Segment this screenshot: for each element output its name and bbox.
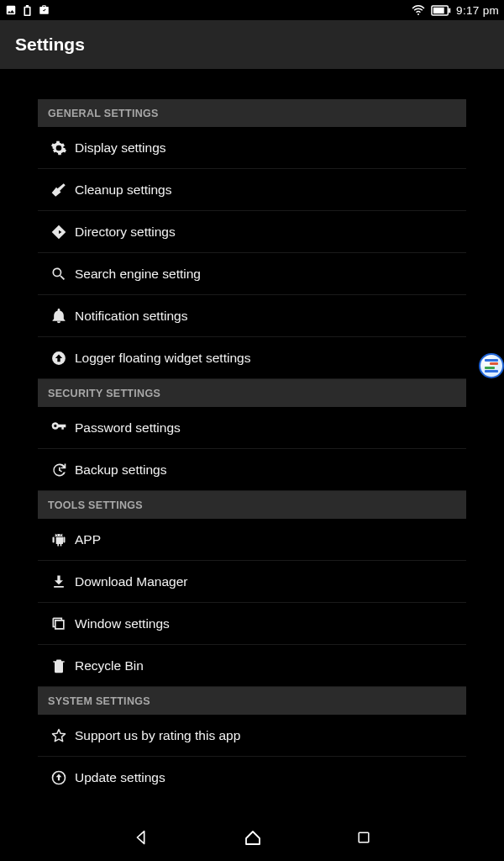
- settings-item-label: Backup settings: [71, 462, 166, 478]
- settings-item[interactable]: Support us by rating this app: [38, 715, 466, 757]
- settings-item-label: Logger floating widget settings: [71, 351, 250, 366]
- search-icon: [46, 266, 71, 283]
- settings-item[interactable]: Search engine setting: [38, 253, 466, 295]
- settings-item-label: APP: [71, 532, 101, 547]
- section-header: TOOLS SETTINGS: [38, 491, 466, 519]
- download-icon: [46, 573, 71, 590]
- svg-rect-4: [359, 832, 369, 843]
- page-title: Settings: [15, 34, 85, 55]
- status-time: 9:17 pm: [456, 4, 499, 17]
- diamond-icon: [46, 224, 71, 240]
- settings-item[interactable]: Directory settings: [38, 211, 466, 253]
- navigation-bar: [0, 814, 504, 861]
- app-bar: Settings: [0, 20, 504, 69]
- broom-icon: [46, 182, 71, 198]
- settings-item[interactable]: Display settings: [38, 127, 466, 169]
- settings-item-label: Update settings: [71, 770, 165, 785]
- section-header: SYSTEM SETTINGS: [38, 687, 466, 715]
- settings-item-label: Support us by rating this app: [71, 728, 240, 743]
- svg-point-0: [417, 13, 419, 15]
- battery-small-icon: [24, 5, 31, 16]
- settings-item[interactable]: Recycle Bin: [38, 645, 466, 687]
- status-right: 9:17 pm: [411, 4, 499, 17]
- battery-icon: [431, 5, 451, 16]
- settings-item[interactable]: Notification settings: [38, 295, 466, 337]
- history-icon: [46, 462, 71, 478]
- settings-item-label: Cleanup settings: [71, 182, 171, 198]
- settings-item-label: Download Manager: [71, 574, 187, 589]
- settings-item[interactable]: Password settings: [38, 407, 466, 449]
- settings-item-label: Notification settings: [71, 309, 187, 324]
- windows-icon: [46, 615, 71, 632]
- status-left: [5, 4, 50, 16]
- settings-item-label: Search engine setting: [71, 267, 201, 282]
- android-icon: [46, 531, 71, 548]
- settings-item[interactable]: Update settings: [38, 757, 466, 799]
- svg-rect-3: [433, 7, 444, 13]
- back-button[interactable]: [132, 828, 150, 847]
- settings-item[interactable]: Window settings: [38, 603, 466, 645]
- recents-button[interactable]: [355, 829, 372, 846]
- settings-item[interactable]: Backup settings: [38, 449, 466, 491]
- section-header: SECURITY SETTINGS: [38, 379, 466, 407]
- trash-icon: [46, 658, 71, 674]
- settings-item[interactable]: APP: [38, 519, 466, 561]
- svg-rect-2: [449, 8, 450, 13]
- home-button[interactable]: [243, 827, 263, 848]
- gear-icon: [46, 140, 71, 156]
- settings-item[interactable]: Cleanup settings: [38, 169, 466, 211]
- star-icon: [46, 727, 71, 744]
- section-header: GENERAL SETTINGS: [38, 99, 466, 127]
- settings-item-label: Password settings: [71, 420, 181, 436]
- uparrow-icon: [46, 350, 71, 367]
- settings-item-label: Directory settings: [71, 224, 176, 240]
- settings-item-label: Display settings: [71, 140, 166, 156]
- briefcase-icon: [38, 4, 50, 16]
- picture-icon: [5, 4, 17, 16]
- status-bar: 9:17 pm: [0, 0, 504, 20]
- settings-item[interactable]: Download Manager: [38, 561, 466, 603]
- settings-content: GENERAL SETTINGSDisplay settingsCleanup …: [0, 69, 504, 814]
- bell-icon: [46, 308, 71, 325]
- key-icon: [46, 420, 71, 436]
- settings-item-label: Window settings: [71, 616, 170, 631]
- wifi-icon: [411, 4, 426, 16]
- settings-item-label: Recycle Bin: [71, 658, 144, 673]
- update-icon: [46, 769, 71, 786]
- assist-floating-icon[interactable]: [479, 353, 504, 378]
- settings-item[interactable]: Logger floating widget settings: [38, 337, 466, 379]
